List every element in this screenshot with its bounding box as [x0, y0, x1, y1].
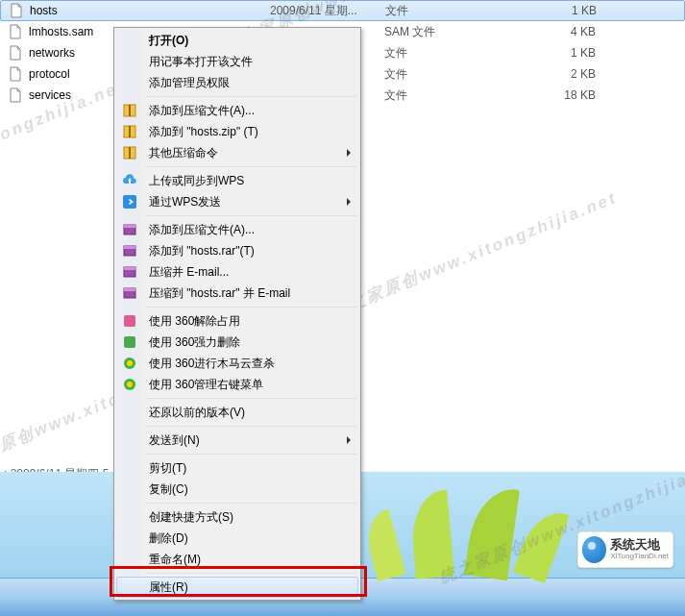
- menu-label: 属性(R): [149, 579, 188, 596]
- send-icon: [122, 194, 137, 209]
- menu-wps-send[interactable]: 通过WPS发送: [116, 191, 358, 212]
- menu-label: 其他压缩命令: [149, 145, 218, 161]
- menu-cut[interactable]: 剪切(T): [116, 457, 358, 479]
- submenu-arrow-icon: [347, 198, 351, 206]
- zip-icon: [122, 103, 137, 118]
- logo-icon: [582, 536, 606, 563]
- menu-open[interactable]: 打开(O): [116, 30, 358, 51]
- menu-label: 剪切(T): [149, 460, 186, 477]
- menu-label: 删除(D): [149, 530, 188, 547]
- file-size: 1 KB: [520, 4, 597, 17]
- rar-icon: [122, 243, 137, 259]
- file-type: 文件: [384, 87, 519, 104]
- menu-label: 添加到 "hosts.zip" (T): [149, 124, 258, 140]
- menu-wps-upload[interactable]: 上传或同步到WPS: [116, 170, 358, 191]
- menu-rename[interactable]: 重命名(M): [116, 549, 358, 570]
- menu-label: 使用 360强力删除: [149, 334, 240, 351]
- file-type: 文件: [384, 45, 519, 62]
- file-size: 2 KB: [519, 67, 596, 81]
- file-icon: [9, 3, 24, 18]
- context-menu: 打开(O) 用记事本打开该文件 添加管理员权限 添加到压缩文件(A)... 添加…: [113, 27, 361, 601]
- 360-scan-icon: [122, 356, 137, 371]
- svg-rect-10: [124, 246, 135, 249]
- svg-point-20: [127, 382, 133, 387]
- menu-delete[interactable]: 删除(D): [116, 528, 358, 549]
- logo-badge: 系统天地 XiTongTianDi.net: [577, 531, 673, 568]
- menu-label: 创建快捷方式(S): [149, 509, 233, 526]
- menu-label: 使用 360进行木马云查杀: [149, 356, 275, 372]
- svg-rect-14: [124, 288, 135, 291]
- 360-delete-icon: [122, 334, 137, 350]
- menu-rar-add[interactable]: 添加到压缩文件(A)...: [116, 219, 358, 240]
- menu-label: 用记事本打开该文件: [149, 54, 253, 70]
- menu-360-delete[interactable]: 使用 360强力删除: [116, 332, 358, 353]
- file-name: hosts: [30, 4, 270, 17]
- 360-menu-icon: [122, 377, 137, 392]
- file-type: 文件: [385, 3, 520, 19]
- rar-icon: [122, 285, 137, 301]
- svg-point-18: [127, 360, 133, 366]
- cloud-upload-icon: [122, 173, 137, 188]
- svg-rect-8: [124, 225, 135, 228]
- menu-360-rmenu[interactable]: 使用 360管理右键菜单: [116, 374, 358, 395]
- menu-restore[interactable]: 还原以前的版本(V): [116, 402, 358, 423]
- zip-icon: [122, 145, 137, 160]
- submenu-arrow-icon: [347, 149, 351, 157]
- menu-label: 通过WPS发送: [149, 194, 221, 210]
- file-type: 文件: [384, 66, 519, 83]
- menu-label: 使用 360解除占用: [149, 313, 240, 330]
- svg-rect-5: [129, 147, 131, 159]
- menu-360-scan[interactable]: 使用 360进行木马云查杀: [116, 353, 358, 374]
- svg-rect-15: [124, 315, 135, 327]
- file-size: 18 KB: [519, 88, 596, 102]
- rar-icon: [122, 264, 137, 280]
- menu-label: 添加管理员权限: [149, 75, 230, 91]
- file-icon: [8, 66, 23, 82]
- menu-360-unlock[interactable]: 使用 360解除占用: [116, 310, 358, 332]
- menu-zip-add[interactable]: 添加到压缩文件(A)...: [116, 100, 358, 121]
- file-icon: [8, 45, 23, 61]
- menu-sendto[interactable]: 发送到(N): [116, 430, 358, 451]
- zip-icon: [122, 124, 137, 139]
- logo-title: 系统天地: [610, 538, 669, 552]
- submenu-arrow-icon: [347, 436, 351, 444]
- menu-label: 压缩到 "hosts.rar" 并 E-mail: [149, 285, 290, 302]
- menu-label: 添加到压缩文件(A)...: [149, 222, 255, 238]
- svg-rect-3: [129, 126, 131, 137]
- file-row[interactable]: hosts2009/6/11 星期...文件1 KB: [0, 0, 685, 21]
- menu-zip-addto[interactable]: 添加到 "hosts.zip" (T): [116, 121, 358, 142]
- file-icon: [8, 24, 23, 39]
- menu-properties[interactable]: 属性(R): [116, 577, 358, 598]
- svg-rect-1: [129, 105, 131, 116]
- menu-label: 添加到压缩文件(A)...: [149, 103, 255, 119]
- menu-label: 重命名(M): [149, 552, 201, 568]
- file-type: SAM 文件: [384, 24, 519, 40]
- menu-add-admin[interactable]: 添加管理员权限: [116, 72, 358, 93]
- file-date: 2009/6/11 星期...: [270, 3, 385, 19]
- file-size: 4 KB: [519, 25, 596, 38]
- menu-rar-email2[interactable]: 压缩到 "hosts.rar" 并 E-mail: [116, 283, 358, 304]
- logo-subtitle: XiTongTianDi.net: [610, 553, 669, 561]
- menu-label: 还原以前的版本(V): [149, 405, 245, 421]
- 360-unlock-icon: [122, 313, 137, 329]
- rar-icon: [122, 222, 137, 237]
- menu-shortcut[interactable]: 创建快捷方式(S): [116, 506, 358, 528]
- file-size: 1 KB: [519, 46, 596, 60]
- file-icon: [8, 87, 23, 103]
- menu-label: 上传或同步到WPS: [149, 173, 244, 189]
- svg-rect-6: [123, 195, 136, 209]
- menu-rar-addto[interactable]: 添加到 "hosts.rar"(T): [116, 240, 358, 261]
- menu-label: 使用 360管理右键菜单: [149, 377, 263, 393]
- svg-rect-12: [124, 267, 135, 270]
- menu-label: 添加到 "hosts.rar"(T): [149, 243, 255, 259]
- menu-label: 压缩并 E-mail...: [149, 264, 229, 281]
- menu-label: 发送到(N): [149, 432, 200, 449]
- menu-zip-other[interactable]: 其他压缩命令: [116, 142, 358, 163]
- svg-rect-16: [124, 336, 135, 348]
- menu-copy[interactable]: 复制(C): [116, 479, 358, 500]
- menu-label: 打开(O): [149, 33, 188, 49]
- menu-label: 复制(C): [149, 481, 188, 498]
- menu-open-notepad[interactable]: 用记事本打开该文件: [116, 51, 358, 72]
- menu-rar-email[interactable]: 压缩并 E-mail...: [116, 261, 358, 283]
